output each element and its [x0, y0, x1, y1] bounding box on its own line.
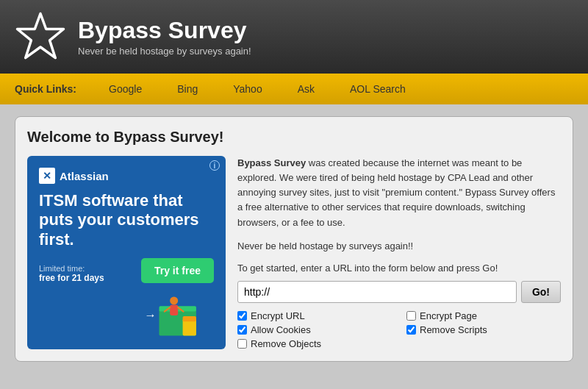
ad-headline: ITSM software that puts your customers f… [39, 191, 214, 249]
nav-link-bing[interactable]: Bing [159, 83, 215, 95]
go-button[interactable]: Go! [521, 281, 561, 303]
main-content: Welcome to Bypass Survey! i ✕ Atlassian … [0, 104, 588, 389]
card-body: i ✕ Atlassian ITSM software that puts yo… [27, 156, 561, 349]
description: Bypass Survey was created because the in… [237, 156, 561, 230]
ad-offer-line2: free for 21 days [39, 273, 104, 283]
option-encrypt-page: Encrypt Page [406, 310, 561, 321]
ad-logo: ✕ Atlassian [39, 168, 214, 184]
ad-info-icon: i [209, 160, 220, 171]
description-brand: Bypass Survey [237, 157, 306, 168]
remove-objects-label[interactable]: Remove Objects [251, 338, 321, 349]
nav-link-ask[interactable]: Ask [280, 83, 332, 95]
encrypt-url-label[interactable]: Encrypt URL [251, 310, 305, 321]
options-grid: Encrypt URL Encrypt Page Allow Cookies R… [237, 310, 561, 349]
encrypt-page-label[interactable]: Encrypt Page [420, 310, 477, 321]
tagline: Never be held hostage by surveys again!! [237, 239, 561, 254]
encrypt-page-checkbox[interactable] [406, 311, 416, 321]
get-started-text: To get started, enter a URL into the for… [237, 263, 561, 274]
option-remove-objects: Remove Objects [237, 338, 392, 349]
svg-point-5 [170, 296, 178, 304]
header-title-block: Bypass Survey Never be held hostage by s… [78, 17, 251, 57]
option-encrypt-url: Encrypt URL [237, 310, 392, 321]
ad-offer-line1: Limited time: [39, 264, 85, 273]
quick-links-label: Quick Links: [15, 83, 76, 95]
svg-rect-4 [183, 316, 196, 321]
remove-scripts-checkbox[interactable] [406, 325, 416, 335]
site-subtitle: Never be held hostage by surveys again! [78, 46, 251, 57]
content-card: Welcome to Bypass Survey! i ✕ Atlassian … [15, 116, 573, 362]
svg-text:→: → [144, 308, 157, 321]
svg-marker-0 [18, 14, 64, 58]
navbar: Quick Links: Google Bing Yahoo Ask AOL S… [0, 74, 588, 104]
option-allow-cookies: Allow Cookies [237, 324, 392, 335]
ad-offer: Limited time: free for 21 days [39, 264, 104, 283]
card-heading: Welcome to Bypass Survey! [27, 129, 561, 146]
allow-cookies-label[interactable]: Allow Cookies [251, 324, 311, 335]
ad-illustration: → [139, 281, 220, 343]
ad-bottom: Limited time: free for 21 days Try it fr… [39, 258, 214, 283]
remove-scripts-label[interactable]: Remove Scripts [420, 324, 487, 335]
atlassian-logo-mark: ✕ [39, 168, 55, 184]
svg-rect-6 [170, 304, 178, 315]
site-title: Bypass Survey [78, 17, 251, 44]
nav-link-google[interactable]: Google [91, 83, 159, 95]
ad-block: i ✕ Atlassian ITSM software that puts yo… [27, 156, 226, 349]
header: Bypass Survey Never be held hostage by s… [0, 0, 588, 74]
nav-link-aol[interactable]: AOL Search [332, 83, 423, 95]
allow-cookies-checkbox[interactable] [237, 325, 247, 335]
atlassian-logo-text: Atlassian [60, 170, 109, 182]
try-free-button[interactable]: Try it free [141, 258, 214, 283]
right-content: Bypass Survey was created because the in… [237, 156, 561, 349]
encrypt-url-checkbox[interactable] [237, 311, 247, 321]
nav-link-yahoo[interactable]: Yahoo [215, 83, 279, 95]
star-icon [15, 11, 66, 63]
remove-objects-checkbox[interactable] [237, 339, 247, 349]
url-form: Go! [237, 281, 561, 303]
option-remove-scripts: Remove Scripts [406, 324, 561, 335]
url-input[interactable] [237, 281, 517, 303]
